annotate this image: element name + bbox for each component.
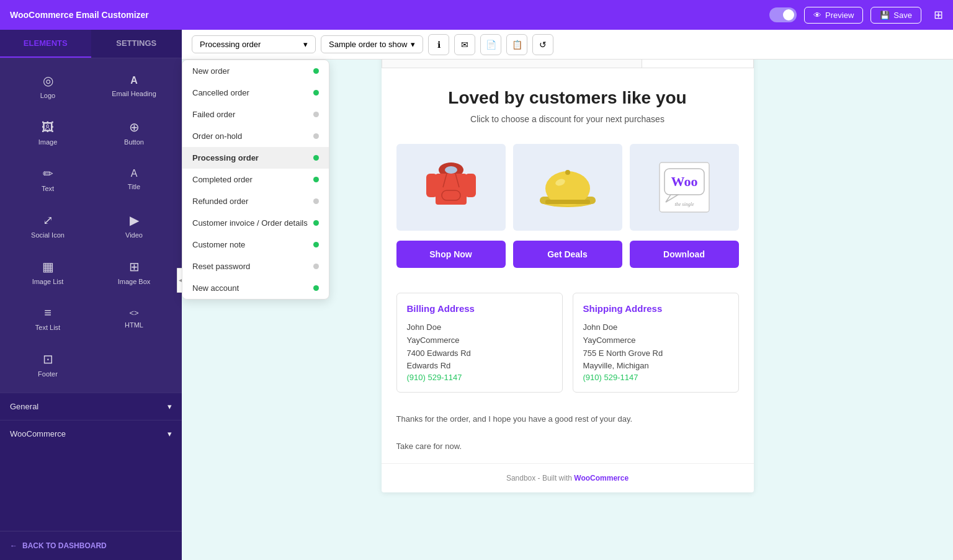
dropdown-item-customer-note[interactable]: Customer note xyxy=(182,234,329,256)
dropdown-item-new-account[interactable]: New account xyxy=(182,277,329,299)
dropdown-item-failed-order[interactable]: Failed order xyxy=(182,104,329,125)
image-box-icon: ⊞ xyxy=(129,259,140,274)
video-icon: ▶ xyxy=(130,213,139,228)
element-logo[interactable]: ◎ Logo xyxy=(5,63,91,109)
save-button[interactable]: 💾 Save xyxy=(870,7,921,24)
product-card-cap xyxy=(513,144,622,231)
order-type-select[interactable]: Processing order ▾ xyxy=(192,35,316,53)
copy-icon: 📄 xyxy=(486,40,496,50)
element-text-list[interactable]: ≡ Text List xyxy=(5,296,91,341)
button-element-icon: ⊕ xyxy=(129,120,140,135)
element-image-list[interactable]: ▦ Image List xyxy=(5,249,91,295)
svg-text:Woo: Woo xyxy=(671,174,697,189)
dropdown-item-refunded-order[interactable]: Refunded order xyxy=(182,190,329,212)
social-icon: ⤢ xyxy=(43,213,53,228)
footer-line1: Thanks for the order, and I hope you hav… xyxy=(396,412,739,426)
billing-address2: Edwards Rd xyxy=(407,360,552,373)
image-list-icon: ▦ xyxy=(42,259,54,274)
dropdown-item-completed-order[interactable]: Completed order xyxy=(182,169,329,190)
element-text[interactable]: ✏ Text xyxy=(5,156,91,202)
order-type-dropdown: New order Cancelled order Failed order O… xyxy=(182,60,329,300)
dropdown-item-reset-password[interactable]: Reset password xyxy=(182,256,329,277)
chevron-down-icon: ▾ xyxy=(168,402,172,411)
status-dot xyxy=(313,177,319,182)
buttons-row: Shop Now Get Deals Download xyxy=(382,241,754,283)
download-button[interactable]: Download xyxy=(630,241,739,268)
status-dot xyxy=(313,242,319,247)
svg-rect-11 xyxy=(545,200,590,204)
get-deals-button[interactable]: Get Deals xyxy=(513,241,622,268)
svg-point-1 xyxy=(445,166,457,174)
preview-toggle[interactable] xyxy=(769,7,797,22)
refresh-button[interactable]: ↺ xyxy=(532,34,553,55)
html-icon: <> xyxy=(129,308,138,318)
elements-grid: ◎ Logo A Email Heading 🖼 Image ⊕ Button … xyxy=(0,58,182,393)
dropdown-item-customer-invoice[interactable]: Customer invoice / Order details xyxy=(182,212,329,234)
element-email-heading[interactable]: A Email Heading xyxy=(91,63,177,109)
sidebar: ELEMENTS SETTINGS ◎ Logo A Email Heading… xyxy=(0,30,182,505)
svg-rect-4 xyxy=(465,174,476,197)
tab-settings[interactable]: SETTINGS xyxy=(91,30,182,58)
dropdown-item-processing-order[interactable]: Processing order xyxy=(182,147,329,169)
svg-point-12 xyxy=(565,170,570,175)
sidebar-tabs: ELEMENTS SETTINGS xyxy=(0,30,182,58)
chevron-down-icon: ▾ xyxy=(168,429,172,438)
status-dot xyxy=(313,155,319,161)
shipping-title: Shipping Address xyxy=(583,303,728,314)
element-html[interactable]: <> HTML xyxy=(91,296,177,341)
status-dot xyxy=(313,198,319,204)
clipboard-button[interactable]: 📋 xyxy=(506,34,527,55)
element-title[interactable]: A Title xyxy=(91,156,177,202)
promo-title: Loved by customers like you xyxy=(396,88,739,108)
footer-icon: ⊡ xyxy=(43,352,53,367)
grid-icon[interactable]: ⊞ xyxy=(934,8,943,22)
status-dot xyxy=(313,264,319,269)
title-icon: A xyxy=(131,168,138,179)
shipping-address1: 755 E North Grove Rd xyxy=(583,347,728,360)
email-footer-text: Thanks for the order, and I hope you hav… xyxy=(382,402,754,463)
dropdown-item-order-on-hold[interactable]: Order on-hold xyxy=(182,125,329,147)
app-title: WooCommerce Email Customizer xyxy=(10,10,769,20)
cap-image xyxy=(537,162,599,212)
section-general[interactable]: General ▾ xyxy=(0,393,182,420)
dropdown-item-new-order[interactable]: New order xyxy=(182,60,329,82)
element-footer[interactable]: ⊡ Footer xyxy=(5,342,91,388)
status-dot xyxy=(313,285,319,291)
product-card-hoodie xyxy=(396,144,506,231)
shipping-address2: Mayville, Michigan xyxy=(583,360,728,373)
email-icon: ✉ xyxy=(461,40,468,50)
billing-phone: (910) 529-1147 xyxy=(407,373,552,382)
svg-text:the single: the single xyxy=(674,202,694,207)
footer-line2: Take care for now. xyxy=(396,440,739,453)
toggle-wrap[interactable] xyxy=(769,7,797,22)
element-image-box[interactable]: ⊞ Image Box xyxy=(91,249,177,295)
tab-elements[interactable]: ELEMENTS xyxy=(0,30,91,58)
shipping-name: John Doe xyxy=(583,321,728,334)
preview-button[interactable]: 👁 Preview xyxy=(804,7,863,24)
info-button[interactable]: ℹ xyxy=(428,34,449,55)
woo-link[interactable]: WooCommerce xyxy=(574,474,629,482)
dropdown-item-cancelled-order[interactable]: Cancelled order xyxy=(182,82,329,104)
billing-address1: 7400 Edwards Rd xyxy=(407,347,552,360)
info-icon: ℹ xyxy=(437,40,441,50)
sandbox-text: Sandbox - Built with xyxy=(506,474,572,482)
products-row: Woo the single xyxy=(382,139,754,241)
address-row: Billing Address John Doe YayCommerce 740… xyxy=(382,283,754,402)
status-dot xyxy=(313,133,319,139)
section-woocommerce[interactable]: WooCommerce ▾ xyxy=(0,420,182,447)
element-button[interactable]: ⊕ Button xyxy=(91,110,177,156)
billing-address: Billing Address John Doe YayCommerce 740… xyxy=(396,293,563,393)
shop-now-button[interactable]: Shop Now xyxy=(396,241,506,268)
email-footer-bar: Sandbox - Built with WooCommerce xyxy=(382,463,754,492)
element-video[interactable]: ▶ Video xyxy=(91,203,177,249)
element-social-icon[interactable]: ⤢ Social Icon xyxy=(5,203,91,249)
sample-order-select[interactable]: Sample order to show ▾ xyxy=(321,35,423,53)
promo-section: Loved by customers like you Click to cho… xyxy=(382,68,754,139)
shipping-phone: (910) 529-1147 xyxy=(583,373,728,382)
element-image[interactable]: 🖼 Image xyxy=(5,110,91,156)
copy-button[interactable]: 📄 xyxy=(480,34,501,55)
email-button[interactable]: ✉ xyxy=(454,34,475,55)
svg-rect-3 xyxy=(426,174,437,197)
shipping-address: Shipping Address John Doe YayCommerce 75… xyxy=(573,293,739,393)
refresh-icon: ↺ xyxy=(539,40,547,50)
